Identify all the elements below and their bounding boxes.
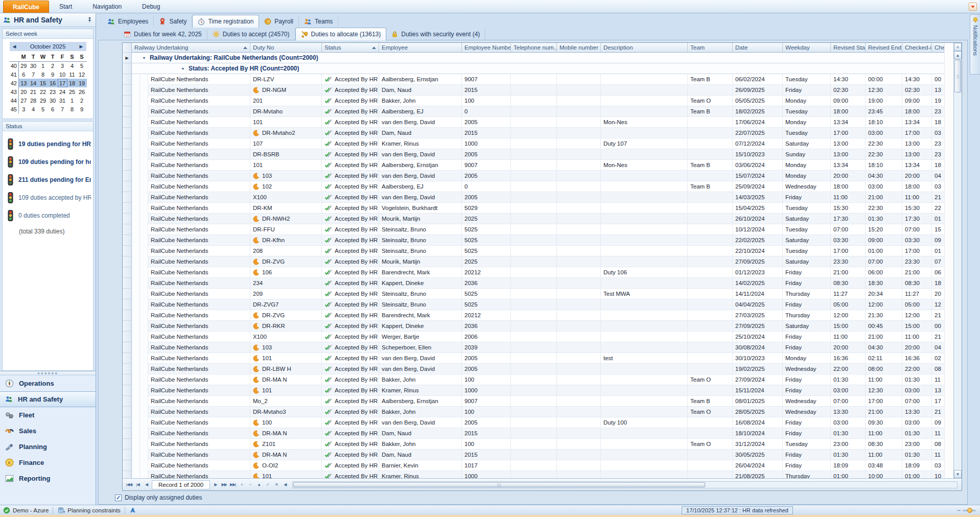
cell-number[interactable]: 2036 [462, 278, 511, 289]
cell-revised_start[interactable]: 08:30 [831, 278, 866, 289]
sidebar-item-operations[interactable]: Operations [0, 375, 96, 391]
cell-weekday[interactable]: Friday [783, 85, 831, 96]
cell-mobile[interactable] [557, 160, 601, 171]
cell-employee[interactable]: Dam, Naud [379, 428, 462, 439]
cell-revised_end[interactable]: 11:00 [866, 374, 902, 385]
calendar-week-number[interactable]: 43 [9, 87, 19, 96]
table-row[interactable]: RailCube NetherlandsDR-LBW HAccepted By … [123, 364, 962, 374]
cell-status[interactable]: Accepted By HR [322, 224, 379, 235]
cell-status[interactable]: Accepted By HR [322, 374, 379, 385]
cell-status[interactable]: Accepted By HR [322, 396, 379, 407]
cell-status[interactable]: Accepted By HR [322, 106, 379, 117]
cell-revised_end[interactable]: 15:20 [866, 224, 902, 235]
cell-weekday[interactable]: Wednesday [783, 364, 831, 374]
cell-duty[interactable]: 208 [250, 246, 322, 256]
cell-revised_start[interactable]: 14:30 [831, 74, 866, 85]
cell-employee[interactable]: Steinsaltz, Bruno [379, 289, 462, 299]
cell-team[interactable]: Team B [688, 106, 733, 117]
cell-revised_start[interactable]: 18:00 [831, 106, 866, 117]
cell-duty[interactable]: X100 [250, 192, 322, 203]
cell-revised_end[interactable]: 19:00 [866, 96, 902, 106]
cell-employee[interactable]: Kappert, Dineke [379, 278, 462, 289]
cell-number[interactable]: 100 [462, 374, 511, 385]
cell-employee[interactable]: Dam, Naud [379, 450, 462, 460]
cell-revised_start[interactable]: 13:00 [831, 138, 866, 149]
cell-team[interactable] [688, 138, 733, 149]
cell-mobile[interactable] [557, 428, 601, 439]
cell-undertaking[interactable]: RailCube Netherlands [148, 439, 250, 450]
cell-team[interactable] [688, 289, 733, 299]
calendar-day[interactable]: 11 [67, 70, 77, 79]
cell-telephone[interactable] [511, 74, 557, 85]
cell-undertaking[interactable]: RailCube Netherlands [148, 106, 250, 117]
cell-number[interactable]: 0 [462, 181, 511, 192]
post-button[interactable]: ✓ [263, 480, 272, 489]
cell-telephone[interactable] [511, 128, 557, 138]
cell-number[interactable]: 9007 [462, 396, 511, 407]
cell-telephone[interactable] [511, 138, 557, 149]
cell-team[interactable] [688, 450, 733, 460]
cell-undertaking[interactable]: RailCube Netherlands [148, 246, 250, 256]
calendar-day[interactable]: 6 [19, 70, 29, 79]
calendar-week-row[interactable]: 40293012345 [9, 61, 87, 70]
cell-employee[interactable]: van den Berg, David [379, 364, 462, 374]
zoom-knob[interactable] [967, 508, 972, 513]
cell-duty[interactable]: DR-Mvtaho [250, 106, 322, 117]
cell-revised_end[interactable]: 01:30 [866, 214, 902, 224]
cell-mobile[interactable] [557, 407, 601, 417]
cell-weekday[interactable]: Saturday [783, 235, 831, 246]
cell-revised_end[interactable]: 12:30 [866, 85, 902, 96]
calendar-day[interactable]: 19 [77, 79, 87, 87]
cell-duty[interactable]: DR-KM [250, 203, 322, 214]
cell-undertaking[interactable]: RailCube Netherlands [148, 471, 250, 478]
cell-duty[interactable]: O-OI2 [250, 460, 322, 471]
cell-employee[interactable]: van den Berg, David [379, 353, 462, 364]
cell-employee[interactable]: Barendrecht, Mark [379, 310, 462, 321]
cell-description[interactable] [601, 235, 688, 246]
calendar-day[interactable]: 4 [67, 61, 77, 70]
cell-revised_start[interactable]: 07:00 [831, 224, 866, 235]
cell-undertaking[interactable]: RailCube Netherlands [148, 160, 250, 171]
cell-mobile[interactable] [557, 171, 601, 181]
group-row[interactable]: ▶▼Railway Undertaking: RailCube Netherla… [123, 53, 962, 63]
cell-checked_in[interactable]: 11:00 [902, 332, 932, 342]
cell-checked_in[interactable]: 07:00 [902, 224, 932, 235]
ribbon-collapse-icon[interactable] [969, 3, 977, 11]
cell-date[interactable]: 27/09/2025 [733, 321, 783, 332]
cell-duty[interactable]: X100 [250, 332, 322, 342]
status-bar-item[interactable]: Demo - Azure [3, 507, 49, 514]
cell-number[interactable]: 2005 [462, 149, 511, 160]
table-row[interactable]: RailCube NetherlandsZ101Accepted By HRBa… [123, 439, 962, 450]
cell-mobile[interactable] [557, 96, 601, 106]
cell-checked_in[interactable]: 03:30 [902, 235, 932, 246]
cell-revised_end[interactable]: 21:00 [866, 192, 902, 203]
cell-description[interactable]: Mon-Nes [601, 117, 688, 128]
cell-weekday[interactable]: Tuesday [783, 439, 831, 450]
cell-revised_end[interactable]: 11:00 [866, 428, 902, 439]
prev-record-button[interactable]: ◀ [142, 480, 151, 489]
cell-status[interactable]: Accepted By HR [322, 235, 379, 246]
cell-status[interactable]: Accepted By HR [322, 342, 379, 353]
column-header-date[interactable]: Date [733, 43, 783, 53]
table-row[interactable]: RailCube NetherlandsDR-KfhnAccepted By H… [123, 235, 962, 246]
cell-team[interactable] [688, 342, 733, 353]
calendar-day[interactable]: 9 [48, 70, 58, 79]
cell-duty[interactable]: DR-Mvtaho3 [250, 407, 322, 417]
cell-duty[interactable]: 103 [250, 171, 322, 181]
cell-date[interactable]: 25/10/2024 [733, 332, 783, 342]
horizontal-scroll-thumb[interactable]: ||| [293, 482, 705, 487]
cell-undertaking[interactable]: RailCube Netherlands [148, 96, 250, 106]
cell-status[interactable]: Accepted By HR [322, 278, 379, 289]
cell-number[interactable]: 2005 [462, 171, 511, 181]
cell-description[interactable] [601, 428, 688, 439]
group-row[interactable]: ▼Status: Accepted By HR (Count=2000) [123, 63, 962, 74]
cell-team[interactable] [688, 460, 733, 471]
cell-description[interactable] [601, 278, 688, 289]
cell-description[interactable] [601, 256, 688, 267]
cell-status[interactable]: Accepted By HR [322, 74, 379, 85]
cell-team[interactable] [688, 267, 733, 278]
cell-telephone[interactable] [511, 85, 557, 96]
cell-revised_end[interactable]: 01:00 [866, 246, 902, 256]
cell-status[interactable]: Accepted By HR [322, 471, 379, 478]
cell-telephone[interactable] [511, 396, 557, 407]
